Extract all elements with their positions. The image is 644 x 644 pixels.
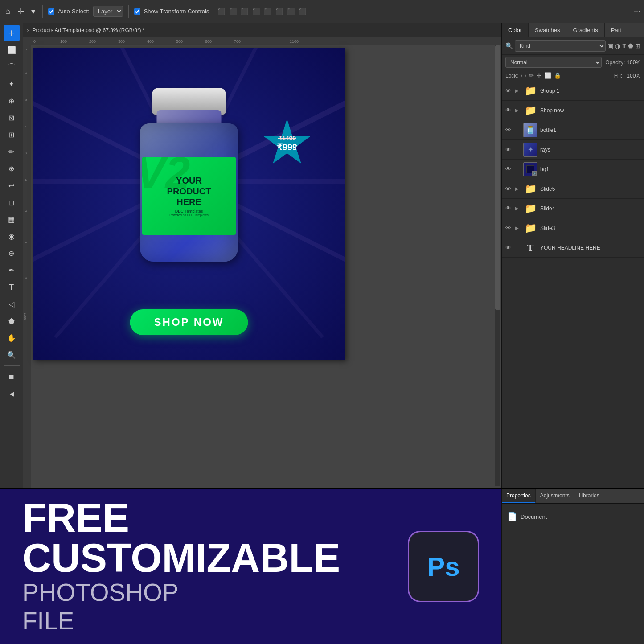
layer-visibility-icon[interactable]: 👁 [505,225,513,231]
folder-icon: 📁 [525,222,537,234]
tool-move[interactable]: ✛ [4,25,20,41]
tab-libraries[interactable]: Libraries [574,489,604,503]
thumb-preview: ✦ [524,143,537,156]
tab-adjustments[interactable]: Adjustments [536,489,574,503]
layer-thumbnail: T [523,241,537,255]
align-center-v-icon[interactable]: ⬛ [263,7,273,16]
distribute-icon[interactable]: ⬛ [286,7,296,16]
tool-spot-heal[interactable]: ⊞ [4,127,20,143]
lock-all-icon[interactable]: 🔒 [554,72,561,79]
document-canvas[interactable]: V2 YOUR PRODUCT HERE DEC Templates Power… [33,48,345,360]
filter-search-icon[interactable]: 🔍 [505,42,513,49]
layer-expand-icon[interactable]: ▶ [515,108,521,113]
layer-item[interactable]: 👁 ▶ 📁 Slide3 [502,218,644,238]
lock-brush-icon[interactable]: ✏ [529,72,534,79]
move-tool-icon[interactable]: ✛ [16,5,26,18]
align-bottom-icon[interactable]: ⬛ [274,7,284,16]
layer-item[interactable]: 👁 ▶ ✦ rays [502,140,644,160]
align-left-icon[interactable]: ⬛ [216,7,226,16]
tool-zoom[interactable]: 🔍 [4,347,20,363]
layer-visibility-icon[interactable]: 👁 [505,244,513,251]
tool-brush[interactable]: ✏ [4,144,20,160]
panel-tabs: Color Swatches Gradients Patt [502,23,644,37]
tool-marquee[interactable]: ⬜ [4,42,20,58]
more-options-button[interactable]: ··· [634,7,640,16]
lock-artboard-icon[interactable]: ⬜ [544,72,551,79]
ruler-v-tick-3: 3 [24,99,28,101]
tool-lasso[interactable]: ⌒ [4,59,20,75]
layer-item[interactable]: 👁 ▶ T YOUR HEADLINE HERE [502,238,644,258]
layer-item[interactable]: 👁 ▶ 📁 Slide4 [502,199,644,218]
tool-selection[interactable]: ◀ [4,386,20,402]
tool-blur[interactable]: ◉ [4,228,20,244]
tool-crop[interactable]: ⊕ [4,93,20,109]
tab-close-button[interactable]: × [27,28,29,33]
tool-dodge[interactable]: ⊖ [4,245,20,261]
home-icon[interactable]: ⌂ [4,5,12,18]
promo-file-text: FILE [22,607,394,635]
layer-visibility-icon[interactable]: 👁 [505,87,513,94]
tab-properties[interactable]: Properties [502,489,536,503]
layer-visibility-icon[interactable]: 👁 [505,185,513,192]
filter-type-icon[interactable]: T [622,42,626,49]
layer-expand-icon[interactable]: ▶ [515,206,521,211]
move-tool-arrow[interactable]: ▾ [29,5,37,18]
vertical-scrollbar[interactable] [495,45,500,486]
layer-name: Slide5 [540,186,640,192]
opacity-value: 100% [627,59,640,66]
ruler-tick-600: 600 [205,39,212,44]
layer-expand-icon[interactable]: ▶ [515,186,521,191]
tool-type[interactable]: T [4,279,20,295]
layer-item[interactable]: 👁 ▶ 📁 Shop now [502,101,644,120]
tab-swatches[interactable]: Swatches [529,23,566,37]
layer-visibility-icon[interactable]: 👁 [505,127,513,133]
tool-magic-wand[interactable]: ✦ [4,76,20,92]
layer-visibility-icon[interactable]: 👁 [505,146,513,153]
shop-now-button[interactable]: SHOP NOW [130,309,248,335]
filter-adjust-icon[interactable]: ◑ [615,42,620,49]
align-top-icon[interactable]: ⬛ [251,7,261,16]
layer-filter-select[interactable]: Kind [515,40,606,52]
layer-visibility-icon[interactable]: 👁 [505,107,513,114]
distribute-2-icon[interactable]: ⬛ [297,7,308,16]
tab-patt[interactable]: Patt [605,23,628,37]
layer-name: YOUR HEADLINE HERE [540,245,640,251]
layer-select[interactable]: Layer [93,6,123,17]
layer-expand-icon[interactable]: ▶ [515,226,521,230]
lock-label: Lock: [505,73,518,79]
tool-gradient[interactable]: ▦ [4,211,20,227]
tab-color[interactable]: Color [502,23,529,37]
tool-shape[interactable]: ⬟ [4,313,20,329]
layer-item[interactable]: 👁 ▶ 📁 Group 1 [502,81,644,101]
align-center-h-icon[interactable]: ⬛ [228,7,238,16]
tool-eraser[interactable]: ◻ [4,194,20,210]
lock-transparent-icon[interactable]: ⬚ [521,72,526,79]
tool-foreground[interactable]: ■ [4,369,20,385]
layers-panel: Color Swatches Gradients Patt 🔍 Kind ▣ ◑… [501,23,644,488]
layer-item[interactable]: 👁 ▶ 📁 Slide5 [502,179,644,199]
tool-path-select[interactable]: ◁ [4,296,20,312]
layer-visibility-icon[interactable]: 👁 [505,205,513,212]
layer-item[interactable]: 👁 ▶ 🫙 bottle1 [502,120,644,140]
filter-pixel-icon[interactable]: ▣ [607,42,613,49]
tool-clone[interactable]: ⊕ [4,160,20,176]
filter-shape-icon[interactable]: ⬟ [628,42,633,49]
ruler-v-tick-7: 7 [24,210,28,212]
tool-hand[interactable]: ✋ [4,330,20,346]
filter-smart-icon[interactable]: ⊞ [635,42,640,49]
layer-visibility-icon[interactable]: 👁 [505,166,513,172]
align-right-icon[interactable]: ⬛ [239,7,250,16]
tool-history-brush[interactable]: ↩ [4,177,20,193]
lock-position-icon[interactable]: ✛ [537,72,541,79]
show-transform-checkbox[interactable] [134,8,140,15]
layer-item[interactable]: 👁 ▶ 🔗 bg1 [502,160,644,179]
lock-row: Lock: ⬚ ✏ ✛ ⬜ 🔒 Fill: 100% [502,70,644,81]
tool-pen[interactable]: ✒ [4,262,20,278]
blend-mode-select[interactable]: Normal [505,57,602,68]
layer-expand-icon[interactable]: ▶ [515,88,521,93]
auto-select-checkbox[interactable] [48,8,54,15]
scrollbar-thumb[interactable] [495,45,500,310]
tab-gradients[interactable]: Gradients [566,23,604,37]
tool-eyedropper[interactable]: ⊠ [4,110,20,126]
bottom-panels: FREE CUSTOMIZABLE PHOTOSHOP FILE Ps Prop… [0,488,644,644]
